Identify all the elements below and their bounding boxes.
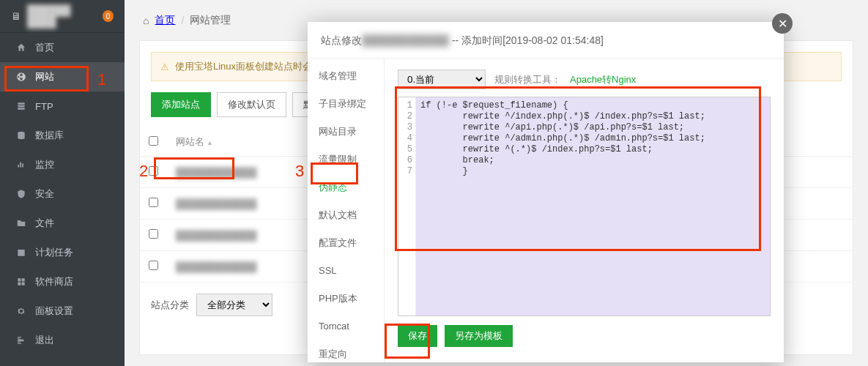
save-template-button[interactable]: 另存为模板 bbox=[445, 325, 513, 347]
modal-sidebar-item[interactable]: SSL bbox=[308, 257, 384, 285]
modal-sidebar: 域名管理子目录绑定网站目录流量限制伪静态默认文档配置文件SSLPHP版本Tomc… bbox=[308, 59, 385, 362]
modal-sidebar-item[interactable]: 网站目录 bbox=[308, 118, 384, 146]
modal-sidebar-item[interactable]: PHP版本 bbox=[308, 285, 384, 313]
modal-sidebar-item[interactable]: 配置文件 bbox=[308, 229, 384, 257]
line-gutter: 1 2 3 4 5 6 7 bbox=[398, 97, 416, 315]
modal-sidebar-item[interactable]: 重定向 bbox=[308, 340, 384, 366]
modal-title: 站点修改████████████ -- 添加时间[2019-08-02 01:5… bbox=[308, 22, 784, 59]
rewrite-select[interactable]: 0.当前 bbox=[398, 70, 486, 89]
modal-overlay: ✕ 站点修改████████████ -- 添加时间[2019-08-02 01… bbox=[0, 0, 868, 366]
modal-sidebar-item[interactable]: 默认文档 bbox=[308, 201, 384, 229]
modal-sidebar-item[interactable]: 流量限制 bbox=[308, 146, 384, 173]
modal-sidebar-item[interactable]: 伪静态 bbox=[308, 173, 384, 201]
rule-convert-link[interactable]: Apache转Nginx bbox=[570, 73, 636, 86]
close-button[interactable]: ✕ bbox=[772, 13, 793, 34]
modal-sidebar-item[interactable]: 子目录绑定 bbox=[308, 90, 384, 118]
code-editor[interactable]: 1 2 3 4 5 6 7 if (!-e $request_filename)… bbox=[398, 97, 771, 316]
modal-buttons: 保存 另存为模板 bbox=[398, 325, 771, 347]
site-edit-modal: ✕ 站点修改████████████ -- 添加时间[2019-08-02 01… bbox=[308, 22, 784, 362]
modal-main: 0.当前 规则转换工具： Apache转Nginx 1 2 3 4 5 6 7 … bbox=[385, 59, 784, 362]
rule-label: 规则转换工具： bbox=[494, 73, 561, 86]
save-button[interactable]: 保存 bbox=[398, 325, 437, 347]
modal-sidebar-item[interactable]: Tomcat bbox=[308, 313, 384, 340]
modal-controls: 0.当前 规则转换工具： Apache转Nginx bbox=[398, 70, 771, 89]
code-area[interactable]: if (!-e $request_filename) { rewrite ^/i… bbox=[416, 97, 770, 315]
modal-sidebar-item[interactable]: 域名管理 bbox=[308, 62, 384, 90]
